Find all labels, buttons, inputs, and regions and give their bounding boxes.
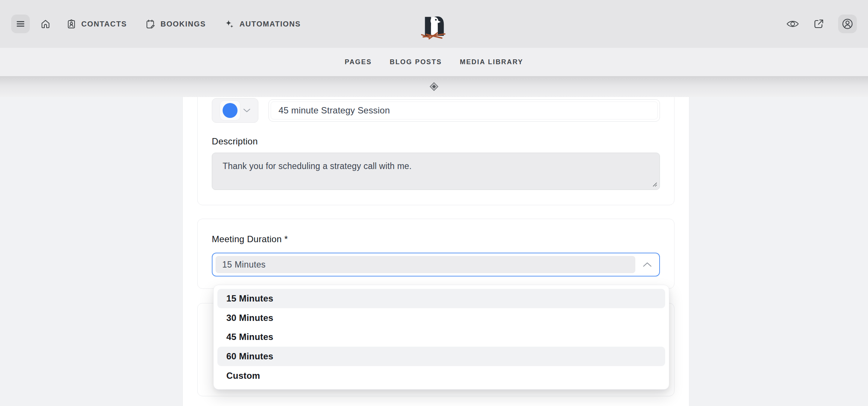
duration-option-custom[interactable]: Custom [217, 366, 665, 385]
duration-option-30[interactable]: 30 Minutes [217, 308, 665, 328]
title-row [212, 98, 660, 123]
chevron-up-icon [635, 262, 659, 267]
sparkles-icon [224, 19, 235, 29]
site-subnav: PAGES BLOG POSTS MEDIA LIBRARY [0, 48, 868, 76]
meeting-duration-card: Meeting Duration * 15 Minutes [197, 219, 674, 289]
nav-item-label: BOOKINGS [160, 20, 206, 28]
external-link-icon [813, 18, 825, 30]
diamond-icon[interactable] [429, 82, 439, 91]
chevron-down-icon [243, 108, 251, 113]
title-input-wrap [268, 99, 660, 122]
duration-option-60[interactable]: 60 Minutes [217, 347, 665, 366]
nav-item-automations[interactable]: AUTOMATIONS [224, 19, 301, 29]
toolbar-strip [0, 76, 868, 97]
description-label: Description [212, 136, 660, 147]
nav-item-label: CONTACTS [81, 20, 127, 28]
tab-media-library[interactable]: MEDIA LIBRARY [460, 54, 523, 70]
meeting-duration-select[interactable]: 15 Minutes [212, 253, 660, 277]
color-swatch-well [220, 100, 240, 121]
open-site-button[interactable] [813, 18, 825, 30]
contact-card-icon [66, 19, 76, 29]
tab-pages[interactable]: PAGES [345, 54, 372, 70]
calendar-edit-icon [145, 19, 155, 29]
top-toolbar: CONTACTS BOOKINGS AUTOMATIONS n [0, 0, 868, 48]
toolbar-actions [786, 15, 857, 33]
menu-button[interactable] [11, 15, 30, 33]
duration-option-15[interactable]: 15 Minutes [217, 289, 665, 308]
meeting-duration-label: Meeting Duration * [212, 234, 660, 244]
nav-item-label: AUTOMATIONS [239, 20, 301, 28]
event-details-card: Description Thank you for scheduling a s… [197, 97, 674, 205]
account-button[interactable] [838, 15, 857, 33]
color-swatch [223, 103, 238, 118]
nav-item-bookings[interactable]: BOOKINGS [145, 19, 206, 29]
account-icon [842, 18, 853, 30]
eye-icon [786, 19, 799, 29]
event-title-input[interactable] [268, 99, 660, 122]
tab-blog-posts[interactable]: BLOG POSTS [390, 54, 442, 70]
description-wrap: Thank you for scheduling a strategy call… [212, 153, 660, 191]
duration-option-45[interactable]: 45 Minutes [217, 328, 665, 347]
preview-button[interactable] [786, 19, 799, 29]
selected-duration-value: 15 Minutes [216, 256, 635, 273]
home-button[interactable] [40, 19, 51, 29]
nav-item-contacts[interactable]: CONTACTS [66, 19, 127, 29]
color-picker[interactable] [212, 98, 258, 123]
home-icon [40, 19, 51, 29]
hamburger-icon [16, 19, 25, 29]
bird-nest-logo[interactable]: n [421, 8, 447, 40]
description-textarea[interactable]: Thank you for scheduling a strategy call… [212, 153, 660, 190]
duration-dropdown: 15 Minutes 30 Minutes 45 Minutes 60 Minu… [213, 285, 669, 390]
resize-handle-icon[interactable] [651, 181, 657, 187]
